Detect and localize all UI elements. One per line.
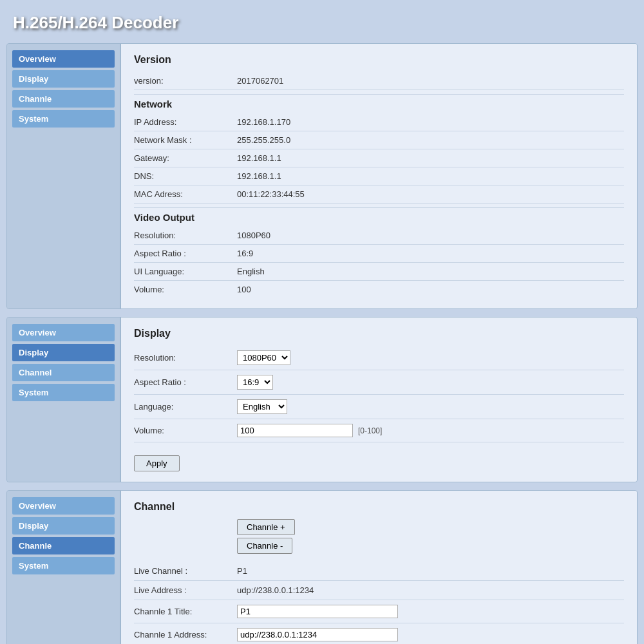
page-title: H.265/H.264 Decoder xyxy=(13,13,638,33)
gateway-label: Gateway: xyxy=(134,153,237,163)
ip-row: IP Address: 192.168.1.170 xyxy=(134,113,624,131)
resolution-row: Resolution: 1080P60 xyxy=(134,227,624,245)
sidebar-item-channle-1[interactable]: Channle xyxy=(12,90,115,108)
sidebar-item-system-1[interactable]: System xyxy=(12,110,115,128)
language-label: UI Language: xyxy=(134,267,237,276)
version-row: version: 2017062701 xyxy=(134,72,624,90)
resolution-value: 1080P60 xyxy=(237,231,270,240)
volume-label: Volume: xyxy=(134,285,237,294)
sidebar-item-overview-3[interactable]: Overview xyxy=(12,497,115,515)
resolution-select[interactable]: 1080P60 1080P50 720P60 720P50 xyxy=(237,350,290,365)
resolution-form-row: Resolution: 1080P60 1080P50 720P60 720P5… xyxy=(134,346,624,370)
channel1-title-label: Channle 1 Title: xyxy=(134,607,237,616)
sidebar-item-channle-3[interactable]: Channle xyxy=(12,537,115,554)
sidebar-item-display-2[interactable]: Display xyxy=(12,344,115,361)
dns-value: 192.168.1.1 xyxy=(237,171,281,181)
channel-title: Channel xyxy=(134,501,624,513)
display-sidebar: Overview Display Channel System xyxy=(7,317,120,482)
dns-label: DNS: xyxy=(134,171,237,181)
aspect-form-row: Aspect Ratio : 16:9 4:3 xyxy=(134,370,624,395)
overview-section: Overview Display Channle System Version … xyxy=(6,43,638,309)
language-form-label: Language: xyxy=(134,402,237,412)
language-select[interactable]: English Chinese French xyxy=(237,399,287,414)
overview-content: Version version: 2017062701 Network IP A… xyxy=(120,44,637,308)
sidebar-item-channel-2[interactable]: Channel xyxy=(12,364,115,381)
mac-row: MAC Adress: 00:11:22:33:44:55 xyxy=(134,185,624,204)
dns-row: DNS: 192.168.1.1 xyxy=(134,167,624,185)
display-title: Display xyxy=(134,328,624,339)
mac-value: 00:11:22:33:44:55 xyxy=(237,189,305,199)
version-value: 2017062701 xyxy=(237,76,283,86)
volume-row: Volume: 100 xyxy=(134,281,624,298)
aspect-label: Aspect Ratio : xyxy=(134,249,237,258)
sidebar-item-display-3[interactable]: Display xyxy=(12,517,115,535)
channel1-title-row: Channle 1 Title: xyxy=(134,600,624,623)
ip-value: 192.168.1.170 xyxy=(237,117,290,127)
language-value: English xyxy=(237,267,265,276)
channel-sidebar: Overview Display Channle System xyxy=(7,491,120,644)
sidebar-item-overview-2[interactable]: Overview xyxy=(12,324,115,341)
channel1-address-row: Channle 1 Address: xyxy=(134,623,624,644)
volume-input[interactable] xyxy=(237,424,353,437)
gateway-row: Gateway: 192.168.1.1 xyxy=(134,149,624,167)
network-title: Network xyxy=(134,94,624,109)
live-channel-value: P1 xyxy=(237,566,247,576)
channel1-title-input[interactable] xyxy=(237,605,398,618)
aspect-form-label: Aspect Ratio : xyxy=(134,377,237,387)
live-channel-label: Live Channel : xyxy=(134,566,237,576)
ip-label: IP Address: xyxy=(134,117,237,127)
channel-content: Channel Channle + Channle - Live Channel… xyxy=(120,491,637,644)
apply-row: Apply xyxy=(134,449,624,471)
resolution-form-label: Resolution: xyxy=(134,353,237,363)
volume-form-row: Volume: [0-100] xyxy=(134,419,624,442)
channel-add-button[interactable]: Channle + xyxy=(237,519,295,535)
version-label: version: xyxy=(134,76,237,86)
sidebar-item-display-1[interactable]: Display xyxy=(12,70,115,88)
channel-buttons-row: Channle + Channle - xyxy=(237,519,624,556)
channel-remove-button[interactable]: Channle - xyxy=(237,538,292,554)
aspect-select[interactable]: 16:9 4:3 xyxy=(237,375,273,390)
volume-form-label: Volume: xyxy=(134,426,237,435)
aspect-row: Aspect Ratio : 16:9 xyxy=(134,245,624,263)
volume-value: 100 xyxy=(237,285,251,294)
netmask-value: 255.255.255.0 xyxy=(237,135,290,145)
netmask-label: Network Mask : xyxy=(134,135,237,145)
channel1-address-input[interactable] xyxy=(237,628,398,641)
aspect-value: 16:9 xyxy=(237,249,253,258)
language-form-row: Language: English Chinese French xyxy=(134,395,624,419)
netmask-row: Network Mask : 255.255.255.0 xyxy=(134,131,624,149)
mac-label: MAC Adress: xyxy=(134,189,237,199)
volume-range-hint: [0-100] xyxy=(358,426,382,435)
live-address-label: Live Address : xyxy=(134,585,237,595)
live-address-row: Live Address : udp://238.0.0.1:1234 xyxy=(134,581,624,600)
overview-sidebar: Overview Display Channle System xyxy=(7,44,120,308)
live-channel-row: Live Channel : P1 xyxy=(134,562,624,581)
sidebar-item-system-2[interactable]: System xyxy=(12,384,115,401)
language-row: UI Language: English xyxy=(134,263,624,281)
live-address-value: udp://238.0.0.1:1234 xyxy=(237,585,314,595)
sidebar-item-system-3[interactable]: System xyxy=(12,557,115,574)
display-section: Overview Display Channel System Display … xyxy=(6,317,638,482)
gateway-value: 192.168.1.1 xyxy=(237,153,281,163)
version-title: Version xyxy=(134,54,624,66)
resolution-label: Resolution: xyxy=(134,231,237,240)
display-content: Display Resolution: 1080P60 1080P50 720P… xyxy=(120,317,637,482)
video-output-title: Video Output xyxy=(134,207,624,223)
apply-button[interactable]: Apply xyxy=(134,455,180,471)
channel1-address-label: Channle 1 Address: xyxy=(134,630,237,639)
channel-section: Overview Display Channle System Channel … xyxy=(6,490,638,644)
sidebar-item-overview-1[interactable]: Overview xyxy=(12,50,115,68)
